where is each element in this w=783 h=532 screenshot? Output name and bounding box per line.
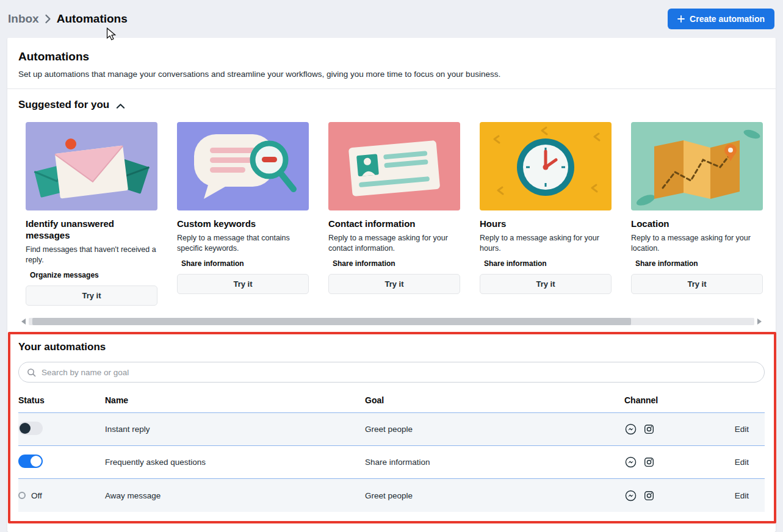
card-tag: Share information xyxy=(631,259,763,268)
page-description: Set up automations that manage your conv… xyxy=(18,70,765,79)
plus-icon xyxy=(677,15,685,23)
scrollbar-track[interactable] xyxy=(29,318,754,325)
card-title: Contact information xyxy=(328,218,460,229)
page-title: Automations xyxy=(18,50,765,63)
your-automations-title: Your automations xyxy=(18,341,765,353)
chevron-up-icon xyxy=(116,103,125,109)
table-header: Status Name Goal Channel xyxy=(18,387,765,413)
card-description: Reply to a message asking for your hours… xyxy=(480,233,612,254)
scroll-right-arrow[interactable] xyxy=(757,318,762,325)
radio-circle-icon xyxy=(18,492,26,499)
your-automations-section: Your automations Status Name Goal Channe… xyxy=(7,325,776,512)
status-toggle-off[interactable] xyxy=(18,422,43,435)
channel-icons xyxy=(624,456,717,469)
suggestion-card-contact-information: Contact information Reply to a message a… xyxy=(328,122,460,306)
messenger-icon xyxy=(624,489,637,502)
automation-row-faq: Frequently asked questions Share informa… xyxy=(18,446,765,479)
suggested-section: Suggested for you xyxy=(7,89,776,325)
card-tag: Organize messages xyxy=(26,271,157,279)
contact-card-illustration xyxy=(328,122,460,210)
automation-name: Away message xyxy=(105,491,365,500)
breadcrumb-automations: Automations xyxy=(57,12,128,26)
card-description: Reply to a message that contains specifi… xyxy=(177,233,309,254)
scroll-left-arrow[interactable] xyxy=(21,318,26,325)
channel-icons xyxy=(624,489,717,502)
suggestion-card-hours: Hours Reply to a message asking for your… xyxy=(480,122,612,306)
try-it-button[interactable]: Try it xyxy=(631,274,763,294)
try-it-button[interactable]: Try it xyxy=(480,274,612,294)
column-name: Name xyxy=(105,395,365,405)
breadcrumb-inbox[interactable]: Inbox xyxy=(8,12,39,26)
column-channel: Channel xyxy=(624,395,717,405)
try-it-button[interactable]: Try it xyxy=(177,274,309,294)
card-title: Hours xyxy=(480,218,612,229)
instagram-icon xyxy=(643,423,655,436)
automation-name: Frequently asked questions xyxy=(105,458,365,467)
automation-goal: Share information xyxy=(365,458,624,467)
breadcrumb: Inbox Automations xyxy=(8,12,128,26)
search-icon xyxy=(27,368,36,377)
card-description: Find messages that haven't received a re… xyxy=(26,245,157,265)
horizontal-scrollbar xyxy=(21,318,762,325)
try-it-button[interactable]: Try it xyxy=(328,274,460,294)
speech-bubble-magnifier-illustration xyxy=(177,122,309,210)
toggle-knob xyxy=(20,423,31,434)
column-status: Status xyxy=(18,395,105,405)
chevron-right-icon xyxy=(45,14,51,24)
clock-illustration xyxy=(480,122,612,210)
instagram-icon xyxy=(643,489,655,502)
suggestion-card-location: Location Reply to a message asking for y… xyxy=(631,122,763,306)
automations-panel: Automations Set up automations that mana… xyxy=(7,38,776,532)
automation-row-instant-reply: Instant reply Greet people Edit xyxy=(18,413,765,446)
card-tag: Share information xyxy=(177,259,309,268)
card-description: Reply to a message asking for your locat… xyxy=(631,233,763,254)
status-off-label: Off xyxy=(31,491,42,500)
card-tag: Share information xyxy=(480,259,612,268)
automation-name: Instant reply xyxy=(105,425,365,434)
page-header: Automations Set up automations that mana… xyxy=(7,38,776,88)
edit-link[interactable]: Edit xyxy=(735,425,749,434)
map-illustration xyxy=(631,122,763,210)
automation-row-away-message: Off Away message Greet people Edit xyxy=(18,479,765,512)
card-title: Identify unanswered messages xyxy=(26,218,157,241)
envelopes-illustration xyxy=(26,122,157,210)
automation-goal: Greet people xyxy=(365,491,624,500)
create-automation-button[interactable]: Create automation xyxy=(668,9,774,29)
suggested-title: Suggested for you xyxy=(18,99,109,111)
search-input[interactable] xyxy=(41,368,756,377)
suggestion-cards: Identify unanswered messages Find messag… xyxy=(26,122,765,306)
suggestion-card-custom-keywords: Custom keywords Reply to a message that … xyxy=(177,122,309,306)
card-title: Location xyxy=(631,218,763,229)
messenger-icon xyxy=(624,456,637,469)
column-goal: Goal xyxy=(365,395,624,405)
instagram-icon xyxy=(643,456,655,469)
search-box xyxy=(18,362,765,383)
automation-goal: Greet people xyxy=(365,425,624,434)
card-tag: Share information xyxy=(328,259,460,268)
edit-link[interactable]: Edit xyxy=(735,491,749,500)
card-title: Custom keywords xyxy=(177,218,309,229)
messenger-icon xyxy=(624,423,637,436)
card-description: Reply to a message asking for your conta… xyxy=(328,233,460,254)
create-automation-label: Create automation xyxy=(690,14,765,24)
collapse-section-button[interactable] xyxy=(116,101,125,109)
edit-link[interactable]: Edit xyxy=(735,458,749,467)
status-off-indicator[interactable]: Off xyxy=(18,491,105,500)
channel-icons xyxy=(624,423,717,436)
scrollbar-thumb[interactable] xyxy=(32,318,631,325)
suggestion-card-identify-unanswered: Identify unanswered messages Find messag… xyxy=(26,122,157,306)
top-bar: Inbox Automations Create automation xyxy=(0,0,783,38)
status-toggle-on[interactable] xyxy=(18,455,43,468)
try-it-button[interactable]: Try it xyxy=(26,286,157,306)
toggle-knob xyxy=(31,456,41,467)
